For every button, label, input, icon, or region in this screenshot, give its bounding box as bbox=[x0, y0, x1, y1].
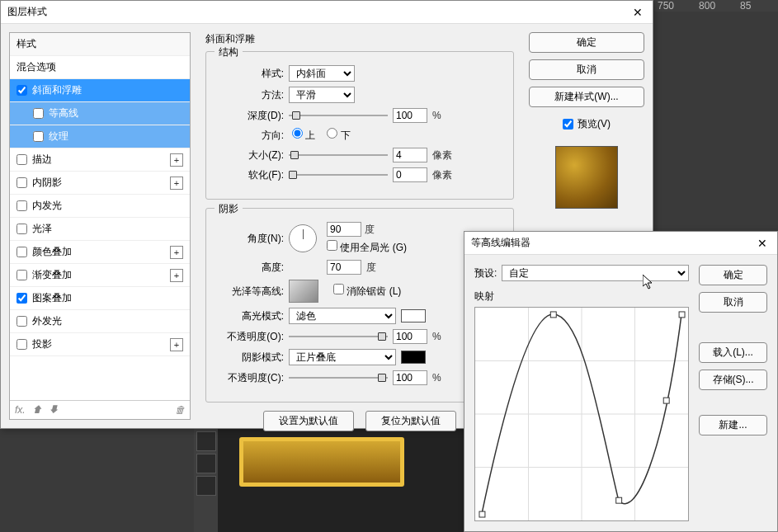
color-overlay-row[interactable]: 颜色叠加+ bbox=[10, 241, 190, 264]
inner-shadow-check[interactable] bbox=[17, 177, 27, 188]
inner-glow-row[interactable]: 内发光 bbox=[10, 195, 190, 218]
tool-icon[interactable] bbox=[196, 476, 216, 496]
antialias-check[interactable]: 消除锯齿 (L) bbox=[333, 284, 401, 299]
drop-shadow-row[interactable]: 投影+ bbox=[10, 333, 190, 356]
svg-rect-7 bbox=[479, 511, 485, 517]
fx-icon[interactable]: fx. bbox=[15, 404, 26, 416]
contour-cancel-button[interactable]: 取消 bbox=[699, 292, 767, 313]
svg-rect-8 bbox=[550, 312, 556, 318]
color-overlay-check[interactable] bbox=[17, 247, 27, 257]
reset-default-button[interactable]: 复位为默认值 bbox=[365, 411, 456, 431]
preview-check[interactable] bbox=[563, 119, 573, 129]
ruler: 75080085 bbox=[654, 0, 778, 12]
ok-button[interactable]: 确定 bbox=[529, 32, 644, 53]
depth-slider[interactable] bbox=[289, 110, 388, 121]
outer-glow-row[interactable]: 外发光 bbox=[10, 310, 190, 333]
shadow-opacity-slider[interactable] bbox=[289, 372, 388, 384]
angle-input[interactable] bbox=[327, 222, 361, 237]
preset-label: 预设: bbox=[474, 266, 497, 280]
bevel-check[interactable] bbox=[17, 85, 27, 96]
style-footer: fx. 🡅 🡇 🗑 bbox=[10, 400, 190, 419]
inner-glow-check[interactable] bbox=[17, 200, 27, 211]
highlight-color[interactable] bbox=[401, 309, 426, 322]
pattern-overlay-row[interactable]: 图案叠加 bbox=[10, 287, 190, 310]
style-list: 样式 混合选项 斜面和浮雕 等高线 纹理 描边+ 内阴影+ 内发光 光泽 颜色叠… bbox=[9, 32, 191, 420]
contour-title-bar[interactable]: 等高线编辑器 ✕ bbox=[464, 232, 777, 255]
contour-ok-button[interactable]: 确定 bbox=[699, 265, 767, 285]
styles-header[interactable]: 样式 bbox=[10, 33, 190, 56]
soften-slider[interactable] bbox=[289, 169, 388, 181]
add-icon[interactable]: + bbox=[170, 338, 183, 351]
contour-title: 等高线编辑器 bbox=[471, 236, 754, 250]
save-button[interactable]: 存储(S)... bbox=[699, 370, 767, 390]
add-icon[interactable]: + bbox=[170, 177, 183, 190]
shadow-opacity-input[interactable] bbox=[393, 370, 427, 385]
up-arrow-icon[interactable]: 🡅 bbox=[32, 404, 42, 416]
method-select[interactable]: 平滑 bbox=[289, 87, 355, 103]
add-icon[interactable]: + bbox=[170, 246, 183, 259]
texture-check[interactable] bbox=[33, 131, 44, 142]
add-icon[interactable]: + bbox=[170, 269, 183, 282]
drop-shadow-check[interactable] bbox=[17, 339, 27, 350]
down-arrow-icon[interactable]: 🡇 bbox=[49, 404, 59, 416]
trash-icon[interactable]: 🗑 bbox=[175, 404, 185, 416]
global-light-check[interactable]: 使用全局光 (G) bbox=[327, 240, 407, 255]
texture-row[interactable]: 纹理 bbox=[10, 125, 190, 148]
blend-options[interactable]: 混合选项 bbox=[10, 56, 190, 79]
svg-rect-10 bbox=[663, 398, 669, 403]
bevel-row[interactable]: 斜面和浮雕 bbox=[10, 79, 190, 102]
soften-input[interactable] bbox=[393, 167, 427, 182]
close-icon[interactable]: ✕ bbox=[629, 4, 646, 21]
size-input[interactable] bbox=[393, 148, 427, 162]
shadow-mode-select[interactable]: 正片叠底 bbox=[289, 349, 396, 365]
outer-glow-check[interactable] bbox=[17, 316, 27, 327]
dir-down[interactable]: 下 bbox=[327, 128, 350, 143]
curve-canvas[interactable] bbox=[474, 307, 689, 521]
dir-up[interactable]: 上 bbox=[292, 128, 315, 143]
mapping-label: 映射 bbox=[474, 290, 689, 304]
preview-thumbnail bbox=[555, 146, 618, 209]
cancel-button[interactable]: 取消 bbox=[529, 59, 644, 80]
make-default-button[interactable]: 设置为默认值 bbox=[263, 411, 354, 431]
highlight-opacity-slider[interactable] bbox=[289, 331, 388, 342]
section-title: 斜面和浮雕 bbox=[205, 32, 514, 46]
canvas-shape bbox=[239, 437, 404, 487]
inner-shadow-row[interactable]: 内阴影+ bbox=[10, 172, 190, 195]
add-icon[interactable]: + bbox=[170, 153, 183, 167]
size-slider[interactable] bbox=[289, 149, 388, 161]
new-button[interactable]: 新建... bbox=[699, 415, 767, 435]
gloss-contour-picker[interactable] bbox=[289, 280, 318, 303]
title-bar[interactable]: 图层样式 ✕ bbox=[1, 1, 653, 24]
shadow-color[interactable] bbox=[401, 351, 426, 364]
depth-input[interactable] bbox=[393, 108, 427, 123]
stroke-check[interactable] bbox=[17, 154, 27, 165]
style-select[interactable]: 内斜面 bbox=[289, 65, 355, 82]
pattern-overlay-check[interactable] bbox=[17, 293, 27, 304]
stroke-row[interactable]: 描边+ bbox=[10, 148, 190, 172]
highlight-mode-select[interactable]: 滤色 bbox=[289, 308, 396, 324]
satin-check[interactable] bbox=[17, 224, 27, 234]
close-icon[interactable]: ✕ bbox=[754, 235, 771, 252]
gradient-overlay-check[interactable] bbox=[17, 270, 27, 280]
angle-dial[interactable] bbox=[289, 224, 317, 252]
dialog-title: 图层样式 bbox=[7, 5, 629, 19]
structure-group: 结构 样式:内斜面 方法:平滑 深度(D):% 方向: 上 下 大小(Z):像素… bbox=[205, 51, 514, 200]
tool-icon[interactable] bbox=[196, 454, 216, 473]
contour-row[interactable]: 等高线 bbox=[10, 102, 190, 125]
highlight-opacity-input[interactable] bbox=[393, 329, 427, 344]
tool-swatch[interactable] bbox=[196, 431, 216, 451]
new-style-button[interactable]: 新建样式(W)... bbox=[529, 87, 644, 107]
gradient-overlay-row[interactable]: 渐变叠加+ bbox=[10, 264, 190, 287]
svg-rect-11 bbox=[679, 312, 685, 318]
svg-rect-9 bbox=[616, 497, 622, 503]
contour-editor-dialog: 等高线编辑器 ✕ 预设: 自定 映射 bbox=[464, 231, 778, 532]
altitude-input[interactable] bbox=[327, 260, 361, 275]
load-button[interactable]: 载入(L)... bbox=[699, 342, 767, 363]
satin-row[interactable]: 光泽 bbox=[10, 218, 190, 241]
contour-check[interactable] bbox=[33, 108, 44, 119]
ps-tools bbox=[194, 429, 219, 532]
preset-select[interactable]: 自定 bbox=[502, 265, 689, 281]
